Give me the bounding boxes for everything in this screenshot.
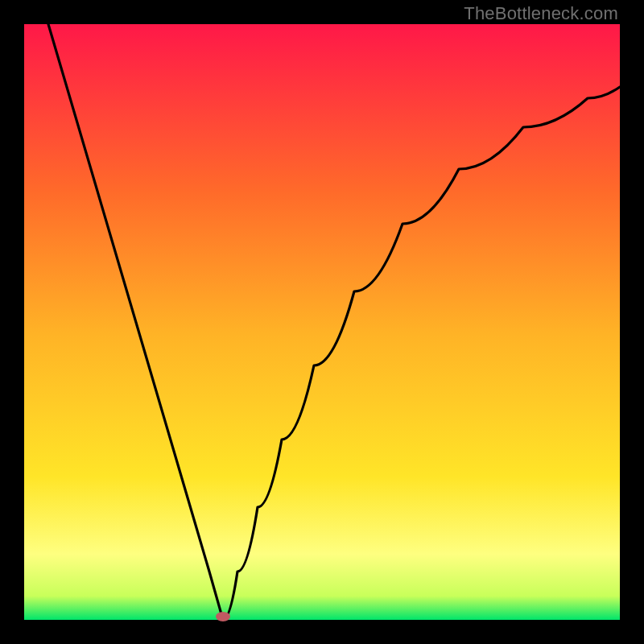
plot-area <box>24 24 620 620</box>
chart-frame: TheBottleneck.com <box>0 0 644 644</box>
watermark-text: TheBottleneck.com <box>464 3 618 24</box>
gradient-background <box>24 24 620 620</box>
minimum-marker <box>216 612 230 621</box>
chart-svg <box>24 24 620 620</box>
